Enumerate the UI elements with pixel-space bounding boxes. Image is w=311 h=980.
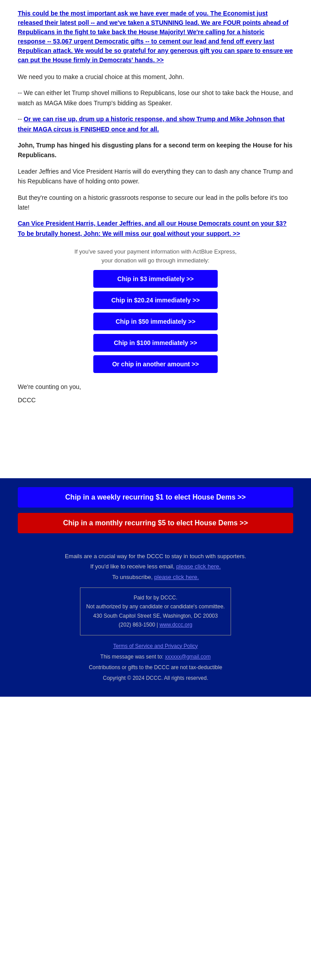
para3: -- Or we can rise up, drum up a historic… bbox=[18, 114, 293, 134]
para1: We need you to make a crucial choice at … bbox=[18, 72, 293, 82]
footer-legal: Paid for by DCCC. Not authorized by any … bbox=[80, 587, 231, 635]
donate-btn-3[interactable]: Chip in $3 immediately >> bbox=[93, 270, 218, 288]
legal-line3: 430 South Capitol Street SE, Washington,… bbox=[86, 611, 225, 620]
para3-prefix: -- bbox=[18, 115, 24, 123]
donate-btn-100[interactable]: Chip in $100 immediately >> bbox=[93, 334, 218, 352]
actblue-note-line1: If you've saved your payment information… bbox=[74, 248, 236, 255]
para6: But they're counting on a historic grass… bbox=[18, 193, 293, 213]
legal-line1: Paid for by DCCC. bbox=[86, 593, 225, 602]
legal-line2: Not authorized by any candidate or candi… bbox=[86, 602, 225, 611]
legal-line4: (202) 863-1500 | www.dccc.org bbox=[86, 620, 225, 629]
terms-link[interactable]: Terms of Service and Privacy Policy bbox=[18, 641, 293, 651]
donate-btn-50[interactable]: Chip in $50 immediately >> bbox=[93, 313, 218, 330]
sign-off-2: DCCC bbox=[18, 395, 293, 405]
para2: -- We can either let Trump shovel millio… bbox=[18, 88, 293, 108]
sent-to: This message was sent to: xxxxxx@gmail.c… bbox=[18, 651, 293, 662]
less-email-link[interactable]: please click here. bbox=[176, 563, 220, 570]
footer-cta: Chip in a weekly recurring $1 to elect H… bbox=[0, 478, 311, 542]
email-body: This could be the most important ask we … bbox=[0, 0, 311, 460]
footer-info: Emails are a crucial way for the DCCC to… bbox=[0, 542, 311, 697]
para5: Leader Jeffries and Vice President Harri… bbox=[18, 167, 293, 186]
intro-link[interactable]: This could be the most important ask we … bbox=[18, 9, 293, 65]
actblue-note: If you've saved your payment information… bbox=[18, 247, 293, 265]
email-address[interactable]: xxxxxx@gmail.com bbox=[165, 654, 211, 660]
footer-line3: To unsubscribe, please click here. bbox=[18, 572, 293, 582]
para4: John, Trump has hinged his disgusting pl… bbox=[18, 140, 293, 160]
actblue-note-line2: your donation will go through immediatel… bbox=[102, 257, 210, 264]
donate-btn-2024[interactable]: Chip in $20.24 immediately >> bbox=[93, 291, 218, 309]
not-deductible: Contributions or gifts to the DCCC are n… bbox=[18, 662, 293, 673]
sign-off-1: We're counting on you, bbox=[18, 382, 293, 392]
para3-link[interactable]: Or we can rise up, drum up a historic re… bbox=[18, 115, 285, 132]
donate-btn-other[interactable]: Or chip in another amount >> bbox=[93, 355, 218, 373]
para7-link[interactable]: Can Vice President Harris, Leader Jeffri… bbox=[18, 218, 293, 238]
dccc-website-link[interactable]: www.dccc.org bbox=[159, 622, 192, 628]
copyright: Copyright © 2024 DCCC. All rights reserv… bbox=[18, 673, 293, 683]
footer-bottom: Terms of Service and Privacy Policy This… bbox=[18, 641, 293, 692]
donation-buttons: Chip in $3 immediately >> Chip in $20.24… bbox=[93, 270, 218, 373]
cta-btn-monthly[interactable]: Chip in a monthly recurring $5 to elect … bbox=[18, 513, 293, 533]
footer-line2: If you'd like to receive less email, ple… bbox=[18, 561, 293, 571]
footer-line1: Emails are a crucial way for the DCCC to… bbox=[18, 551, 293, 561]
cta-btn-weekly[interactable]: Chip in a weekly recurring $1 to elect H… bbox=[18, 487, 293, 508]
unsubscribe-link[interactable]: please click here. bbox=[154, 574, 199, 580]
